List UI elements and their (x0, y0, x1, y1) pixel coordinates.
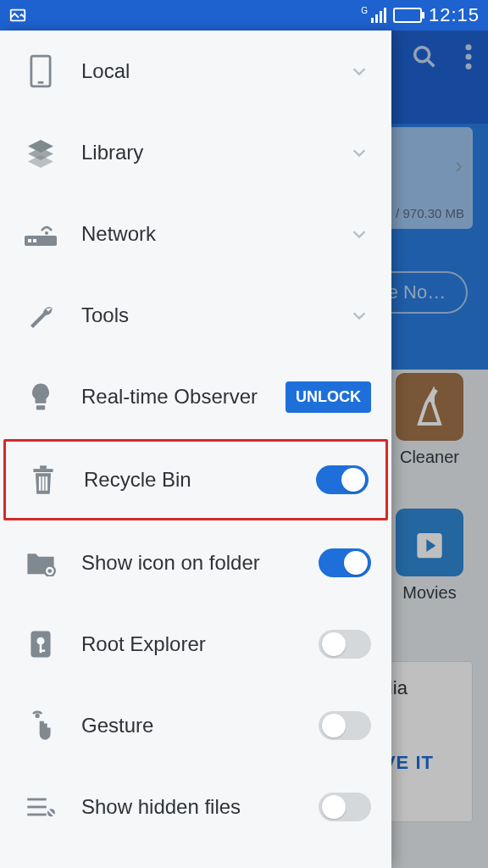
folder-eye-icon (24, 546, 58, 580)
chevron-down-icon (347, 306, 371, 325)
gesture-toggle[interactable] (319, 711, 371, 740)
drawer-item-label: Tools (81, 303, 324, 327)
svg-rect-15 (28, 239, 31, 242)
phone-icon (24, 54, 58, 88)
wrench-icon (24, 298, 58, 332)
drawer-item-observer[interactable]: Real-time Observer UNLOCK (0, 356, 391, 437)
bulb-icon (24, 380, 58, 414)
status-bar: G 12:15 (0, 0, 488, 31)
unlock-badge[interactable]: UNLOCK (286, 381, 371, 413)
svg-rect-19 (33, 469, 53, 472)
svg-point-17 (45, 231, 48, 235)
drawer-item-network[interactable]: Network (0, 193, 391, 275)
layers-icon (24, 136, 58, 170)
drawer-item-label: Recycle Bin (84, 468, 292, 492)
svg-rect-30 (40, 649, 45, 652)
svg-rect-23 (46, 476, 48, 491)
drawer-item-label: Library (81, 141, 324, 164)
drawer-item-label: Real-time Observer (81, 385, 262, 409)
mobile-data-indicator: G (361, 6, 368, 15)
router-icon (24, 217, 58, 251)
battery-icon (393, 8, 422, 23)
svg-rect-20 (40, 465, 47, 469)
gesture-icon (24, 709, 58, 743)
svg-marker-13 (28, 155, 53, 168)
recycle-toggle[interactable] (316, 465, 369, 494)
hidden-toggle[interactable] (319, 793, 371, 821)
svg-rect-18 (36, 405, 45, 409)
hidden-files-icon (24, 790, 58, 824)
svg-rect-22 (42, 476, 45, 491)
drawer-item-label: Local (81, 59, 324, 83)
signal-icon (371, 8, 386, 23)
svg-point-31 (36, 714, 40, 718)
svg-point-26 (47, 569, 52, 573)
trash-icon (26, 463, 60, 497)
drawer-item-local[interactable]: Local (0, 31, 391, 112)
drawer-item-label: Root Explorer (81, 632, 295, 656)
drawer-item-label: Gesture (81, 714, 295, 737)
drawer-item-label: Network (81, 222, 324, 246)
folder-icon-toggle[interactable] (319, 548, 371, 577)
drawer-item-label: Show hidden files (81, 795, 295, 819)
navigation-drawer: Local Library Network (0, 31, 391, 868)
svg-rect-16 (33, 239, 36, 242)
drawer-item-icon-folder[interactable]: Show icon on folder (0, 522, 391, 604)
drawer-item-root[interactable]: Root Explorer (0, 604, 391, 685)
drawer-item-gesture[interactable]: Gesture (0, 685, 391, 766)
status-clock: 12:15 (429, 4, 480, 26)
drawer-item-label: Show icon on folder (81, 551, 295, 575)
drawer-item-library[interactable]: Library (0, 112, 391, 193)
drawer-item-hidden[interactable]: Show hidden files (0, 766, 391, 848)
svg-rect-21 (39, 476, 42, 491)
drawer-item-tools[interactable]: Tools (0, 275, 391, 356)
screenshot-icon (8, 6, 27, 25)
key-icon (24, 627, 58, 661)
drawer-item-recycle[interactable]: Recycle Bin (3, 439, 388, 520)
chevron-down-icon (347, 143, 371, 162)
chevron-down-icon (347, 225, 371, 243)
root-toggle[interactable] (319, 630, 371, 659)
chevron-down-icon (347, 62, 371, 81)
